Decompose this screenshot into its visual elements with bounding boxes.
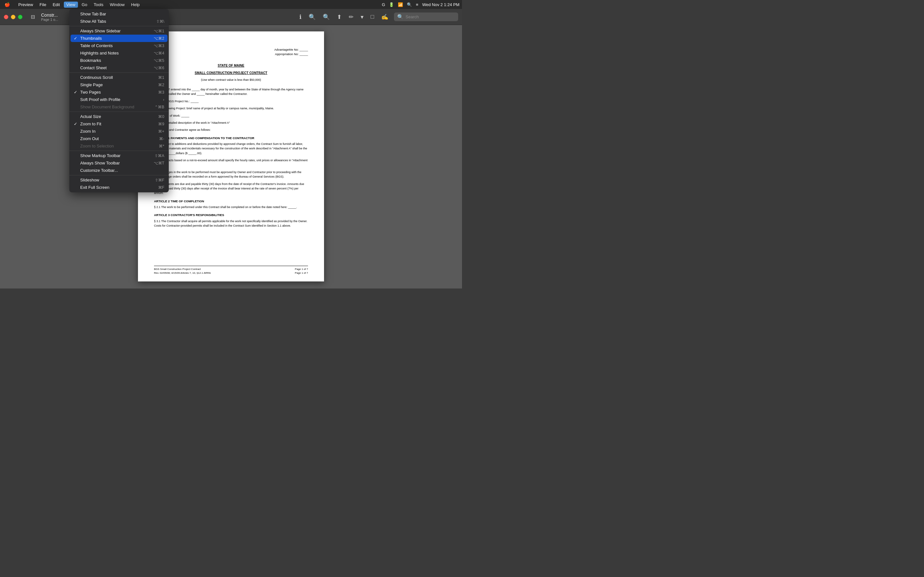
menu-label-continuous-scroll: Continuous Scroll [80, 75, 158, 80]
apple-logo-icon[interactable]: 🍎 [3, 2, 12, 7]
menu-item-show-tab-bar[interactable]: Show Tab Bar [69, 10, 169, 18]
menu-item-table-of-contents[interactable]: Table of Contents ⌥⌘3 [69, 42, 169, 49]
footer-left-top: BGS Small Construction Project Contract [154, 268, 211, 271]
shortcut-two-pages: ⌘3 [158, 90, 164, 95]
footer-left: BGS Small Construction Project Contract … [154, 268, 211, 275]
menu-item-two-pages[interactable]: ✓ Two Pages ⌘3 [69, 89, 169, 96]
toolbar-right: ℹ 🔍 🔍 ⬆ ✏ ▾ □ ✍ 🔍 [298, 12, 458, 22]
menu-view[interactable]: View [64, 2, 78, 8]
menu-label-zoom-out: Zoom Out [80, 136, 159, 141]
article-2-title: ARTICLE 2 TIME OF COMPLETION [154, 199, 308, 203]
sidebar-toggle-button[interactable]: ⊟ [28, 13, 37, 21]
annotate-button[interactable]: □ [369, 12, 375, 21]
menu-item-thumbnails[interactable]: ✓ Thumbnails ⌥⌘2 [71, 35, 168, 42]
menu-item-show-document-background: Show Document Background ⌃⌘B [69, 103, 169, 111]
page-title: STATE OF MAINE [154, 63, 308, 68]
markup-button[interactable]: ✏ [347, 12, 355, 22]
document-title: Constr... [41, 13, 58, 18]
article-1-sec-1: § 1.2 Contracts based on a not-to-exceed… [154, 158, 308, 167]
more-button[interactable]: ▾ [359, 12, 365, 22]
advantage-me-no: AdvantageMe No: _____ [154, 47, 308, 52]
menu-label-zoom-to-fit: Zoom to Fit [80, 121, 158, 126]
menu-label-soft-proof: Soft Proof with Profile [80, 97, 161, 102]
menu-item-customize-toolbar[interactable]: Customize Toolbar... [69, 167, 169, 174]
title-info: Constr... Page 1 o... [41, 13, 58, 21]
shortcut-show-document-background: ⌃⌘B [155, 105, 164, 109]
shortcut-zoom-to-selection: ⌘* [159, 144, 164, 148]
grammarly-icon: G [382, 2, 385, 7]
shortcut-single-page: ⌘2 [158, 83, 164, 87]
shortcut-show-all-tabs: ⇧⌘\ [156, 19, 164, 24]
menu-item-single-page[interactable]: Single Page ⌘2 [69, 81, 169, 89]
appropriation-no: Appropriation No: _____ [154, 52, 308, 56]
menu-label-exit-full-screen: Exit Full Screen [80, 185, 158, 190]
menu-item-highlights-notes[interactable]: Highlights and Notes ⌥⌘4 [69, 49, 169, 57]
menu-label-always-show-toolbar: Always Show Toolbar [80, 161, 153, 165]
battery-icon: 🔋 [389, 2, 394, 7]
menu-label-single-page: Single Page [80, 82, 158, 87]
menu-label-bookmarks: Bookmarks [80, 58, 153, 63]
menu-preview[interactable]: Preview [16, 2, 36, 8]
shortcut-bookmarks: ⌥⌘5 [153, 58, 164, 63]
shortcut-exit-full-screen: ⌘F [158, 185, 164, 190]
menu-item-show-all-tabs[interactable]: Show All Tabs ⇧⌘\ [69, 18, 169, 25]
body-para-1: Agency or BGS Project No.: _____ [154, 99, 308, 103]
menu-item-zoom-out[interactable]: Zoom Out ⌘- [69, 135, 169, 142]
separator-4 [69, 151, 169, 151]
menu-window[interactable]: Window [107, 2, 127, 8]
shortcut-continuous-scroll: ⌘1 [158, 75, 164, 80]
document-subtitle: Page 1 o... [41, 18, 58, 21]
minimize-button[interactable] [11, 15, 15, 19]
shortcut-actual-size: ⌘0 [158, 114, 164, 119]
view-dropdown-menu: Show Tab Bar Show All Tabs ⇧⌘\ Always Sh… [69, 9, 169, 192]
menu-item-always-show-sidebar[interactable]: Always Show Sidebar ⌥⌘1 [69, 27, 169, 35]
controlcenter-icon[interactable]: ≡ [416, 2, 418, 7]
menu-label-table-of-contents: Table of Contents [80, 43, 153, 48]
menu-item-slideshow[interactable]: Slideshow ⇧⌘F [69, 176, 169, 184]
menu-item-zoom-in[interactable]: Zoom In ⌘+ [69, 127, 169, 135]
search-bar[interactable]: 🔍 [394, 13, 458, 21]
menu-label-thumbnails: Thumbnails [80, 36, 153, 41]
menu-item-zoom-to-fit[interactable]: ✓ Zoom to Fit ⌘9 [69, 120, 169, 127]
page-contract-title: SMALL CONSTRUCTION PROJECT CONTRACT [154, 71, 308, 75]
menu-edit[interactable]: Edit [50, 2, 62, 8]
menu-label-show-all-tabs: Show All Tabs [80, 19, 156, 24]
menu-item-always-show-toolbar[interactable]: Always Show Toolbar ⌥⌘T [69, 159, 169, 167]
menu-tools[interactable]: Tools [91, 2, 106, 8]
menu-item-continuous-scroll[interactable]: Continuous Scroll ⌘1 [69, 74, 169, 81]
info-button[interactable]: ℹ [298, 12, 303, 22]
shortcut-thumbnails: ⌥⌘2 [153, 36, 164, 41]
submenu-arrow-icon: › [163, 97, 164, 102]
menu-file[interactable]: File [37, 2, 49, 8]
separator-3 [69, 111, 169, 112]
menu-go[interactable]: Go [79, 2, 90, 8]
body-para-3: Brief Scope of Work: _____ [154, 113, 308, 118]
menu-item-actual-size[interactable]: Actual Size ⌘0 [69, 113, 169, 120]
menu-help[interactable]: Help [129, 2, 142, 8]
menu-label-two-pages: Two Pages [80, 90, 158, 95]
body-para-0: CONTRACT entered into the _____ day of m… [154, 87, 308, 97]
menu-item-bookmarks[interactable]: Bookmarks ⌥⌘5 [69, 57, 169, 64]
shortcut-zoom-to-fit: ⌘9 [158, 122, 164, 126]
zoom-in-button[interactable]: 🔍 [321, 12, 331, 22]
menu-item-exit-full-screen[interactable]: Exit Full Screen ⌘F [69, 184, 169, 191]
article-1-title: ARTICLE 1 PAYMENTS AND COMPENSATION TO T… [154, 135, 308, 140]
shortcut-zoom-out: ⌘- [159, 137, 164, 141]
share-button[interactable]: ⬆ [336, 12, 343, 22]
page-footer: BGS Small Construction Project Contract … [154, 266, 308, 275]
menu-bar-right: G 🔋 📶 🔍 ≡ Wed Nov 2 1:24 PM [382, 2, 459, 7]
page-header-right: AdvantageMe No: _____ Appropriation No: … [154, 47, 308, 57]
menu-label-highlights-notes: Highlights and Notes [80, 51, 153, 55]
menu-item-show-markup-toolbar[interactable]: Show Markup Toolbar ⇧⌘A [69, 152, 169, 159]
menu-item-soft-proof[interactable]: Soft Proof with Profile › [69, 96, 169, 103]
menu-item-contact-sheet[interactable]: Contact Sheet ⌥⌘6 [69, 64, 169, 71]
menu-label-customize-toolbar: Customize Toolbar... [80, 168, 164, 173]
sign-button[interactable]: ✍ [380, 12, 389, 22]
traffic-lights [4, 15, 23, 19]
zoom-out-button[interactable]: 🔍 [307, 12, 317, 22]
close-button[interactable] [4, 15, 8, 19]
search-icon[interactable]: 🔍 [407, 2, 412, 7]
search-input[interactable] [405, 15, 457, 19]
menu-label-always-show-sidebar: Always Show Sidebar [80, 29, 153, 33]
fullscreen-button[interactable] [18, 15, 23, 19]
